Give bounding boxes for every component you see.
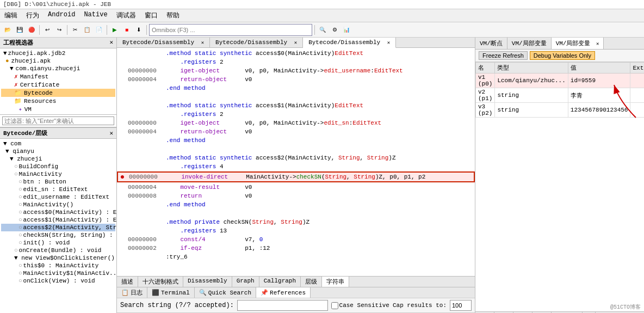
bt-mainactivity[interactable]: ○ MainActivity xyxy=(1,170,115,178)
bt-com[interactable]: ▼ com xyxy=(1,140,115,148)
project-tree: ▼ zhuceji.apk.jdb2 ● zhuceji.apk ▼ com.q… xyxy=(0,48,116,114)
menu-item-action[interactable]: 行为 xyxy=(24,10,41,21)
line-content: :try_6 xyxy=(164,254,475,260)
tree-item-com[interactable]: ▼ com.qianyu.zhuceji xyxy=(1,65,115,72)
code-line: :try_6 xyxy=(117,253,475,261)
left-panel: 工程视选器 ✕ ▼ zhuceji.apk.jdb2 ● zhuceji.apk… xyxy=(0,38,117,313)
right-tab-locals2[interactable]: VM/局部变量 ✕ xyxy=(552,38,604,49)
line-addr: 00000004 xyxy=(126,76,164,83)
toolbar-btn-paste[interactable]: 📄 xyxy=(94,24,104,35)
bt-onclick[interactable]: ○ onClick(View) : void xyxy=(1,277,115,285)
bt-access2[interactable]: ○ access$2(MainActivity, String, S... xyxy=(1,224,115,231)
line-content: return-object v0 xyxy=(164,76,475,83)
tree-item-vm[interactable]: ✦ VM xyxy=(1,105,115,113)
search-input[interactable] xyxy=(237,300,328,311)
line-content: .registers 2 xyxy=(164,59,475,65)
toolbar-btn-redo[interactable]: ↪ xyxy=(54,24,65,35)
menu-item-native[interactable]: Native xyxy=(82,10,109,21)
tab-close-1[interactable]: ✕ xyxy=(201,40,204,46)
tab-bytecode-3[interactable]: Bytecode/Disassembly ✕ xyxy=(303,38,396,48)
omnibox-input[interactable] xyxy=(149,24,312,36)
tab-close-2[interactable]: ✕ xyxy=(294,40,297,46)
tab-callgraph[interactable]: Callgraph xyxy=(259,277,301,287)
tab-bytecode-2[interactable]: Bytecode/Disassembly ✕ xyxy=(210,38,303,47)
tab-graph[interactable]: Graph xyxy=(232,277,259,287)
menu-item-edit[interactable]: 编辑 xyxy=(2,10,20,21)
tree-item-bytecode[interactable]: 📁 Bytecode xyxy=(1,89,115,97)
search-tab-log[interactable]: 📋 日志 xyxy=(117,287,147,298)
tree-item-db2[interactable]: ▼ zhuceji.apk.jdb2 xyxy=(1,50,115,57)
bt-init[interactable]: ○ init() : void xyxy=(1,239,115,247)
line-addr: 00000002 xyxy=(126,245,164,251)
toolbar-btn-extra1[interactable]: 🔍 xyxy=(317,24,328,35)
tab-hex[interactable]: 十六进制格式 xyxy=(138,277,183,287)
line-content: return-object v0 xyxy=(164,128,475,135)
bt-checksn[interactable]: ○ checkSN(String, String) : boole... xyxy=(1,231,115,239)
bt-mainactivity-ctor[interactable]: ○ MainActivity() xyxy=(1,201,115,208)
toolbar-btn-step[interactable]: ⬇ xyxy=(133,24,144,35)
filter-input[interactable] xyxy=(2,116,114,125)
cap-input[interactable] xyxy=(450,300,472,311)
menu-item-debugger[interactable]: 调试器 xyxy=(114,10,138,21)
menu-item-window[interactable]: 窗口 xyxy=(143,10,160,21)
tree-item-label: Manifest xyxy=(20,73,49,80)
toolbar-btn-copy[interactable]: 📋 xyxy=(82,24,92,35)
breakpoint-dot: ● xyxy=(118,173,127,181)
tree-item-apk[interactable]: ● zhuceji.apk xyxy=(1,57,115,65)
bt-edit-sn[interactable]: ○ edit_sn : EditText xyxy=(1,186,115,193)
toolbar-btn-3[interactable]: 🔴 xyxy=(26,24,37,35)
code-line: 00000000 iget-object v0, p0, MainActivit… xyxy=(117,66,475,75)
bt-qianyu[interactable]: ▼ qianyu xyxy=(1,148,115,155)
bt-access0[interactable]: ○ access$0(MainActivity) : EditTe... xyxy=(1,208,115,216)
tab-close[interactable]: ✕ xyxy=(596,41,599,47)
menu-item-help[interactable]: 帮助 xyxy=(164,10,182,21)
tab-strings[interactable]: 字符串 xyxy=(322,277,349,287)
tree-item-resources[interactable]: 📁 Resources xyxy=(1,97,115,105)
search-tab-terminal[interactable]: ⬛ Terminal xyxy=(147,287,195,298)
code-line: 00000002 if-eqz p1, :12 xyxy=(117,244,475,253)
tab-bytecode-1[interactable]: Bytecode/Disassembly ✕ xyxy=(117,38,210,47)
code-line: .method static synthetic access$1(MainAc… xyxy=(117,101,475,110)
menu-item-android[interactable]: Android xyxy=(46,10,77,21)
toolbar-btn-undo[interactable]: ↩ xyxy=(42,24,53,35)
bt-edit-username[interactable]: ○ edit_username : EditText xyxy=(1,193,115,201)
code-line: .registers 2 xyxy=(117,110,475,119)
bt-zhuceji[interactable]: ▼ zhuceji xyxy=(1,155,115,163)
tab-describe[interactable]: 描述 xyxy=(117,277,138,287)
tree-item-certificate[interactable]: ✗ Certificate xyxy=(1,81,115,89)
toolbar-btn-cut[interactable]: ✂ xyxy=(70,24,81,35)
bt-buildconfig[interactable]: ○ BuildConfig xyxy=(1,163,115,170)
right-tab-breakpoints[interactable]: VM/断点 xyxy=(475,38,507,49)
case-sensitive-checkbox[interactable] xyxy=(331,302,338,309)
toolbar-btn-extra2[interactable]: ⚙ xyxy=(329,24,340,35)
toolbar-btn-stop[interactable]: ■ xyxy=(121,24,132,35)
line-addr: 00000000 xyxy=(126,120,164,126)
tree-item-manifest[interactable]: ✗ Manifest xyxy=(1,72,115,81)
tab-disassembly[interactable]: Disassembly xyxy=(183,277,232,287)
freeze-refresh-btn[interactable]: Freeze Refresh xyxy=(479,51,528,60)
search-tab-quick[interactable]: 🔍 Quick Search xyxy=(195,287,256,298)
bt-btn[interactable]: ○ btn : Button xyxy=(1,178,115,186)
close-icon[interactable]: ✕ xyxy=(109,39,113,47)
tab-hierarchy[interactable]: 层级 xyxy=(301,277,322,287)
toolbar-btn-1[interactable]: 📂 xyxy=(2,24,13,35)
debug-only-btn[interactable]: Debug Variables Only xyxy=(530,51,595,60)
code-line: .method static synthetic access$2(MainAc… xyxy=(117,154,475,162)
bt-mainactivity1[interactable]: ○ MainActivity$1(MainActiv... xyxy=(1,269,115,277)
right-panel: VM/断点 VM/局部变量 VM/局部变量 ✕ Freeze Refresh D… xyxy=(475,38,644,313)
right-tab-locals1[interactable]: VM/局部变量 xyxy=(507,38,552,49)
bt-access1[interactable]: ○ access$1(MainActivity) : EditTe... xyxy=(1,216,115,224)
bt-oncreate[interactable]: ○ onCreate(Bundle) : void xyxy=(1,247,115,254)
toolbar-btn-extra3[interactable]: 📊 xyxy=(341,24,352,35)
var-type: string xyxy=(495,88,568,103)
code-line: .registers 13 xyxy=(117,226,475,235)
code-line: .end method xyxy=(117,84,475,93)
line-content: .end method xyxy=(164,137,475,144)
close-icon[interactable]: ✕ xyxy=(109,130,113,137)
bt-this0[interactable]: ○ this$0 : MainActivity xyxy=(1,262,115,269)
bt-onclick-listener[interactable]: ▼ new View$OnClickListener() xyxy=(1,254,115,262)
search-tab-references[interactable]: 📌 References xyxy=(256,287,311,298)
toolbar-btn-run[interactable]: ▶ xyxy=(109,24,120,35)
tab-close-3[interactable]: ✕ xyxy=(387,40,390,46)
toolbar-btn-2[interactable]: 💾 xyxy=(14,24,25,35)
